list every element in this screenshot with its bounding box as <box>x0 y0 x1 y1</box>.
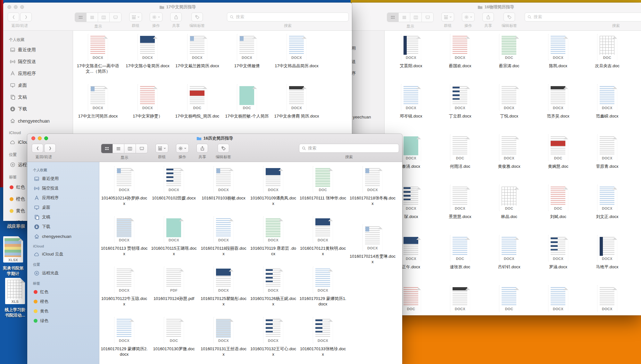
file-item[interactable]: DOCX17中文宋静雯） <box>123 84 172 134</box>
view-list-button[interactable] <box>87 13 98 22</box>
back-button[interactable] <box>32 144 43 153</box>
file-item[interactable]: DOCX10160170103杨敏.docx <box>199 166 248 216</box>
sidebar-item-iCloud 云盘[interactable]: iCloud 云盘 <box>31 249 99 259</box>
file-item[interactable]: DOCX刘文正.docx <box>583 185 632 235</box>
close-button[interactable] <box>31 136 35 140</box>
titlebar[interactable]: 16历史简历指导 <box>27 134 402 143</box>
minimize-button[interactable] <box>14 5 18 9</box>
view-list-button[interactable] <box>113 144 124 153</box>
file-item[interactable]: DOC蔡宗涛.doc <box>485 34 534 84</box>
desktop-icon-label[interactable]: 战疫寒假 <box>7 223 25 229</box>
group-button[interactable] <box>441 12 454 21</box>
view-columns-button[interactable] <box>410 13 422 22</box>
file-item[interactable]: DOCX马艳平.docx <box>583 235 632 285</box>
search-input[interactable]: 搜索 <box>227 12 349 21</box>
file-item[interactable]: DOCX10160170115王璐瑶.docx <box>149 216 199 267</box>
file-item[interactable]: DOC何雨洁.doc <box>436 134 485 185</box>
file-item[interactable]: DOCX黄俊雅.docx <box>485 134 534 185</box>
share-button[interactable] <box>196 144 208 153</box>
forward-button[interactable] <box>20 12 32 21</box>
view-gallery-button[interactable] <box>110 13 121 22</box>
file-item[interactable]: DOCX陈凯.docx <box>534 34 583 84</box>
action-button[interactable] <box>462 12 475 21</box>
view-icons-button[interactable] <box>387 13 399 22</box>
search-input[interactable]: 搜索 <box>525 12 641 21</box>
view-gallery-button[interactable] <box>422 13 433 22</box>
action-button[interactable] <box>150 12 162 21</box>
view-icons-button[interactable] <box>75 13 87 22</box>
file-item[interactable]: DOCX <box>436 285 485 315</box>
file-item[interactable]: DOCX范鑫嵘.docx <box>583 84 632 134</box>
file-item[interactable]: DOCX丁悦.docx <box>485 84 534 134</box>
finder-window-16-history[interactable]: 16历史简历指导 返回/前进 显示 <box>27 134 402 364</box>
sidebar-item-文稿[interactable]: 文稿 <box>7 91 73 103</box>
file-item[interactable]: DOCX吕钎钎.docx <box>485 235 534 285</box>
file-item[interactable]: DOCX10160170122牛玉琼.docx <box>99 267 149 317</box>
file-item[interactable]: DOCX17中文兰珂简历.docx <box>73 84 123 134</box>
sidebar-item-下载[interactable]: 下载 <box>31 222 99 231</box>
file-item[interactable]: DOCX17中文陈小曼简历.docx <box>123 34 172 84</box>
file-item[interactable]: DOC17中文杨照敏-个人简历 <box>222 84 272 134</box>
file-item[interactable]: DOCX10160170102田媛.docx <box>149 166 199 216</box>
minimize-button[interactable] <box>38 136 42 140</box>
zoom-button[interactable] <box>20 5 24 9</box>
file-item[interactable]: DOCX蔡国欢.docx <box>436 34 485 84</box>
sidebar-item-fragment[interactable]: 送 <box>352 59 356 65</box>
file-item[interactable]: DOC <box>485 285 534 315</box>
edit-tags-button[interactable] <box>504 12 515 21</box>
file-item[interactable]: DOCX10160170121黄秋明.docx <box>298 216 348 267</box>
group-button[interactable] <box>129 12 142 21</box>
file-item[interactable]: DOC逯玫孜.doc <box>436 235 485 285</box>
file-item[interactable]: DOCX17中文傅娅倩 <box>222 34 272 84</box>
file-item[interactable]: DOCX罗涵.docx <box>534 235 583 285</box>
file-item[interactable]: DOCX艾晨阳.docx <box>387 34 436 84</box>
edit-tags-button[interactable] <box>218 144 229 153</box>
file-item[interactable]: DOCX10160170109潘典凤.docx <box>248 166 298 216</box>
sidebar-item-应用程序[interactable]: 应用程序 <box>31 193 99 203</box>
edit-tags-button[interactable] <box>191 12 203 21</box>
desktop-file-icon[interactable]: XLSX宪承书院第学期计 <box>0 236 31 276</box>
file-item[interactable]: PDF10160170124孙慧.pdf <box>149 267 199 317</box>
file-item[interactable]: DOCX10160170113 贾朝瑾.docx <box>99 216 149 267</box>
titlebar[interactable]: 17中文简历指导 <box>3 3 352 12</box>
sidebar-item-黄色[interactable]: 黄色 <box>31 306 99 316</box>
file-item[interactable]: DOCX10160170218张冬梅.docx <box>348 166 397 216</box>
file-item[interactable]: DOCX <box>534 285 583 315</box>
file-item[interactable]: DOCX10160170132王可心.docx <box>248 317 298 364</box>
file-item[interactable]: DOCX <box>583 285 632 315</box>
file-item[interactable]: DOCX17中文韩晶晶简历.docx <box>272 34 321 84</box>
file-item[interactable]: DOCX范齐昊.docx <box>534 84 583 134</box>
file-item[interactable]: DOCX10160170119 唐若芸 .docx <box>248 216 298 267</box>
search-input[interactable]: 搜索 <box>299 144 399 153</box>
file-item[interactable]: DOC次旦央吉.doc <box>583 34 632 84</box>
sidebar-item-橙色[interactable]: 橙色 <box>31 297 99 306</box>
sidebar-item-下载[interactable]: 下载 <box>7 103 73 115</box>
share-button[interactable] <box>170 12 182 21</box>
file-item[interactable]: DOC10160170130罗微.doc <box>149 317 199 364</box>
sidebar-item-fragment[interactable]: 用 <box>352 45 356 51</box>
file-item[interactable]: DOCX17中文余倩裔 简历.docx <box>272 84 321 134</box>
sidebar-item-隔空投送[interactable]: 隔空投送 <box>7 56 73 68</box>
file-item[interactable]: DOC17中文杨鸣悦_简历.doc <box>172 84 222 134</box>
file-item[interactable]: DOCX10160170126杨王妮.docx <box>248 267 298 317</box>
action-button[interactable] <box>176 144 189 153</box>
close-button[interactable] <box>7 5 11 9</box>
group-button[interactable] <box>155 144 168 153</box>
file-item[interactable]: DOCX10160170129 蒙娜简历2.docx <box>99 317 149 364</box>
file-item[interactable]: DOCX17中文戴兰茜简历.docx <box>172 34 222 84</box>
sidebar-item-最近使用[interactable]: 最近使用 <box>7 44 73 56</box>
view-icons-button[interactable] <box>101 144 113 153</box>
file-item[interactable]: DOCX10160170118段丽蓉.docx <box>199 216 248 267</box>
sidebar-item-隔空投送[interactable]: 隔空投送 <box>31 183 99 193</box>
file-item[interactable]: DOCX10160170214肖雯琳.docx <box>348 216 397 267</box>
sidebar-item-chengyeechuan[interactable]: chengyeechuan <box>7 115 73 127</box>
file-item[interactable]: DOCX10160170125瞿懿彤.docx <box>199 267 248 317</box>
file-item[interactable]: DOCX邓岑锐.docx <box>387 84 436 134</box>
sidebar-item-fragment[interactable]: 序 <box>352 70 356 76</box>
file-item[interactable]: DOC10160170111 张坤华.doc <box>298 166 348 216</box>
sidebar-item-最近使用[interactable]: 最近使用 <box>31 174 99 183</box>
titlebar[interactable]: 16物理简历指导 <box>351 3 641 12</box>
sidebar-item-应用程序[interactable]: 应用程序 <box>7 68 73 79</box>
file-item[interactable]: DOCX10160170131王丝语.docx <box>199 317 248 364</box>
file-item[interactable]: DOCX景慧慧.docx <box>436 185 485 235</box>
